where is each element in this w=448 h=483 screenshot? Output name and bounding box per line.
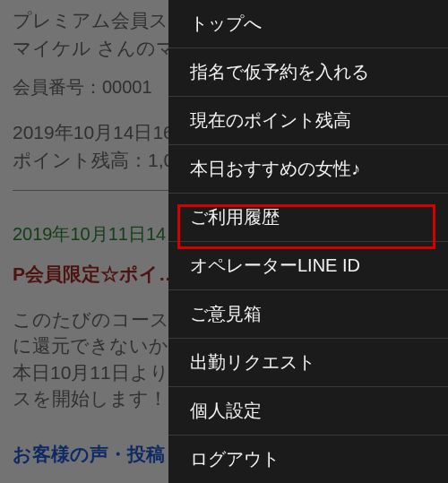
app-viewport: プレミアム会員スマホ マイケル さんのマイ… 会員番号：00001 2019年1… [0,0,448,483]
menu-item-label: ご意見箱 [190,302,262,326]
menu-item-feedback[interactable]: ご意見箱 [168,290,448,339]
menu-item-label: 指名で仮予約を入れる [190,60,369,84]
menu-item-recommended[interactable]: 本日おすすめの女性♪ [168,145,448,194]
menu-item-label: ログアウト [190,447,280,471]
menu-item-label: 個人設定 [190,399,262,423]
menu-item-attendance-request[interactable]: 出勤リクエスト [168,339,448,387]
menu-item-logout[interactable]: ログアウト [168,436,448,483]
menu-item-label: 本日おすすめの女性♪ [190,157,360,181]
menu-item-label: トップへ [190,12,262,36]
menu-item-reserve[interactable]: 指名で仮予約を入れる [168,48,448,97]
menu-item-label: 出勤リクエスト [190,350,315,375]
menu-item-label: オペレーターLINE ID [190,254,360,278]
menu-item-label: ご利用履歴 [190,205,280,229]
menu-item-top[interactable]: トップへ [168,0,448,48]
menu-item-settings[interactable]: 個人設定 [168,387,448,436]
menu-item-operator-line[interactable]: オペレーターLINE ID [168,242,448,290]
menu-item-history[interactable]: ご利用履歴 [168,194,448,242]
menu-item-label: 現在のポイント残高 [190,108,351,133]
side-drawer: トップへ 指名で仮予約を入れる 現在のポイント残高 本日おすすめの女性♪ ご利用… [168,0,448,483]
menu-item-points[interactable]: 現在のポイント残高 [168,97,448,145]
